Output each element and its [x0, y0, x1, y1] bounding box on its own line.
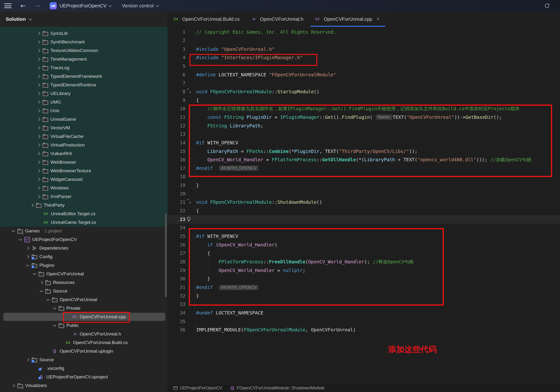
line-number[interactable]: 35	[168, 319, 185, 324]
tree-item-games[interactable]: △Games· 1 project	[0, 227, 168, 235]
code-line-27[interactable]: 27 {	[168, 249, 560, 258]
code-line-31[interactable]: 31#endif #if WITH_OPENCV	[168, 283, 560, 292]
tree-item-uelibrary[interactable]: UELibrary	[0, 89, 168, 98]
tree-item-windows[interactable]: Windows	[0, 184, 168, 192]
code-line-19[interactable]: 19}	[168, 181, 560, 190]
line-number[interactable]: 19	[168, 182, 185, 188]
line-number[interactable]: 23	[168, 217, 185, 222]
chevron-right-icon[interactable]	[36, 143, 41, 147]
tree-item-vulkanrhi[interactable]: VulkanRHI	[0, 149, 168, 158]
chevron-right-icon[interactable]	[36, 160, 41, 165]
chevron-right-icon[interactable]	[36, 177, 41, 182]
line-number[interactable]: 2	[168, 38, 185, 43]
chevron-right-icon[interactable]	[36, 48, 41, 53]
chevron-right-icon[interactable]	[36, 134, 41, 139]
tree-item-umg[interactable]: UMG	[0, 98, 168, 106]
code-line-24[interactable]: 24	[168, 223, 560, 232]
chevron-right-icon[interactable]	[36, 40, 41, 44]
tree-item-unix[interactable]: Unix	[0, 106, 168, 115]
code-line-5[interactable]: 5	[168, 62, 560, 71]
line-number[interactable]: 31	[168, 285, 185, 290]
tree-item-opencvforunreal-build-cs[interactable]: C#OpenCVForUnreal.Build.cs	[0, 338, 168, 347]
chevron-down-icon[interactable]	[32, 271, 37, 276]
tree-item-plugins[interactable]: ↗Plugins	[0, 261, 168, 270]
code-line-2[interactable]: 2	[168, 37, 560, 45]
code-line-10[interactable]: 10 //插件名记得替换为真实插件名，如果IPluginManager::Get…	[168, 104, 560, 113]
status-project[interactable]: UEProjectForOpenCV	[173, 386, 222, 391]
code-line-29[interactable]: 29 OpenCV_World_Handler = nullptr;	[168, 266, 560, 275]
code-line-6[interactable]: 6#define LOCTEXT_NAMESPACE "FOpenCVForUn…	[168, 70, 560, 79]
code-line-4[interactable]: 4#include "Interfaces/IPluginManager.h"	[168, 53, 560, 62]
line-number[interactable]: 11	[168, 114, 185, 120]
line-number[interactable]: 13	[168, 131, 185, 137]
project-selector[interactable]: UEProjectForOpenCV	[60, 3, 107, 9]
chevron-right-icon[interactable]	[36, 57, 41, 61]
tree-item--vsconfig[interactable]: ≡↗.vsconfig	[0, 364, 168, 373]
tree-item-opencvforunreal[interactable]: OpenCVForUnreal	[0, 270, 168, 278]
chevron-right-icon[interactable]	[25, 357, 30, 362]
tree-item-unrealgame-target-cs[interactable]: C#UnrealGame.Target.cs	[0, 218, 168, 227]
line-number[interactable]: 5	[168, 63, 185, 69]
tree-item-opencvforunreal-uplugin[interactable]: {}OpenCVForUnreal.uplugin	[0, 347, 168, 355]
chevron-right-icon[interactable]	[36, 108, 41, 113]
code-line-1[interactable]: 1// Copyright Epic Games, Inc. All Right…	[168, 28, 560, 37]
back-icon[interactable]: ←	[20, 0, 26, 11]
chevron-down-icon[interactable]	[18, 237, 23, 242]
tree-item-unrealgame[interactable]: UnrealGame	[0, 115, 168, 124]
line-number[interactable]: 12	[168, 123, 185, 129]
tree-item-symslib[interactable]: SymsLib	[0, 29, 168, 38]
chevron-down-icon[interactable]	[39, 289, 44, 293]
tree-item-widgetcarousel[interactable]: WidgetCarousel	[0, 175, 168, 184]
tree-item-timemanagement[interactable]: TimeManagement	[0, 55, 168, 63]
chevron-right-icon[interactable]	[36, 117, 41, 122]
chevron-right-icon[interactable]	[36, 91, 41, 96]
line-number[interactable]: 32	[168, 293, 185, 299]
chevron-right-icon[interactable]	[25, 254, 30, 259]
line-number[interactable]: 3	[168, 47, 185, 52]
code-line-36[interactable]: 36IMPLEMENT_MODULE(FOpenCVForUnrealModul…	[168, 326, 560, 334]
chevron-right-icon[interactable]	[36, 194, 41, 199]
tree-item-thirdparty[interactable]: ThirdParty	[0, 201, 168, 210]
line-number[interactable]: 29	[168, 268, 185, 273]
line-number[interactable]: 9	[168, 98, 185, 103]
sync-icon[interactable]	[544, 3, 550, 10]
chevron-down-icon[interactable]	[46, 297, 50, 302]
solution-panel-header[interactable]: Solution	[0, 11, 168, 27]
code-line-9[interactable]: 9{	[168, 96, 560, 104]
tree-item-virtualfilecache[interactable]: VirtualFileCache	[0, 132, 168, 141]
line-number[interactable]: 18	[168, 174, 185, 180]
tree-item-ueprojectforopencv-uproject[interactable]: {}↗UEProjectForOpenCV.uproject	[0, 373, 168, 381]
code-line-12[interactable]: 12 FString LibraryPath;	[168, 121, 560, 130]
line-number[interactable]: 24	[168, 225, 185, 231]
chevron-right-icon[interactable]	[36, 31, 41, 36]
code-line-20[interactable]: 20	[168, 190, 560, 198]
chevron-right-icon[interactable]	[39, 280, 44, 285]
tree-item-opencvforunreal-h[interactable]: .HOpenCVForUnreal.h	[0, 330, 168, 338]
line-number[interactable]: 14	[168, 140, 185, 146]
chevron-right-icon[interactable]	[36, 100, 41, 104]
tree-item-typedelementruntime[interactable]: TypedElementRuntime	[0, 81, 168, 89]
code-editor[interactable]: 1// Copyright Epic Games, Inc. All Right…	[168, 27, 560, 384]
chevron-right-icon[interactable]	[36, 169, 41, 173]
line-number[interactable]: 6	[168, 72, 185, 78]
line-number[interactable]: 4	[168, 55, 185, 60]
chevron-down-icon[interactable]	[52, 323, 57, 328]
tree-item-synthbenchmark[interactable]: SynthBenchmark	[0, 38, 168, 46]
code-line-23[interactable]: 23	[168, 215, 560, 223]
close-icon[interactable]: ×	[377, 17, 380, 21]
tree-item-virtualproduction[interactable]: VirtualProduction	[0, 141, 168, 149]
line-number[interactable]: 22	[168, 208, 185, 213]
line-number[interactable]: 25	[168, 234, 185, 239]
tree-item-private[interactable]: Private	[0, 304, 168, 312]
chevron-right-icon[interactable]	[36, 65, 41, 70]
code-line-8[interactable]: 8^ovoid FOpenCVForUnrealModule::StartupM…	[168, 88, 560, 96]
tree-item-visualizers[interactable]: △Visualizers	[0, 381, 168, 390]
tab-opencvforunreal-build-cs[interactable]: C#OpenCVForUnreal.Build.cs	[168, 11, 246, 27]
tree-item-unrealeditor-target-cs[interactable]: C#UnrealEditor.Target.cs	[0, 210, 168, 218]
chevron-right-icon[interactable]	[36, 74, 41, 79]
tree-item-textureutilitiescommon[interactable]: TextureUtilitiesCommon	[0, 46, 168, 55]
tree-item-source[interactable]: Source	[0, 287, 168, 295]
line-number[interactable]: 33	[168, 302, 185, 307]
tree-item-source[interactable]: ↗Source	[0, 355, 168, 364]
tree-item-typedelementframework[interactable]: TypedElementFramework	[0, 72, 168, 81]
